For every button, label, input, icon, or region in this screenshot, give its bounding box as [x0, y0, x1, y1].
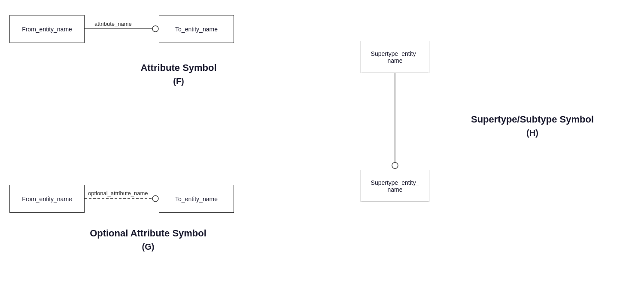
- f-from-entity: From_entity_name: [9, 15, 85, 43]
- g-section-subtitle: (G): [75, 242, 221, 252]
- g-to-entity-label: To_entity_name: [175, 196, 218, 202]
- svg-point-3: [152, 196, 158, 202]
- g-section-title: Optional Attribute Symbol: [75, 228, 221, 239]
- h-supertype-entity: Supertype_entity_name: [361, 41, 429, 73]
- h-section-title: Supertype/Subtype Symbol: [459, 114, 605, 125]
- svg-point-5: [392, 162, 398, 169]
- f-to-entity-label: To_entity_name: [175, 26, 218, 33]
- f-from-entity-label: From_entity_name: [22, 26, 72, 33]
- g-from-entity: From_entity_name: [9, 185, 85, 213]
- g-to-entity: To_entity_name: [159, 185, 234, 213]
- f-to-entity: To_entity_name: [159, 15, 234, 43]
- h-section-subtitle: (H): [459, 128, 605, 138]
- f-section-subtitle: (F): [121, 77, 237, 86]
- diagram-container: From_entity_name To_entity_name attribut…: [0, 0, 644, 288]
- svg-point-1: [152, 26, 158, 32]
- h-subtype-entity-label: Supertype_entity_name: [371, 179, 419, 193]
- h-subtype-entity: Supertype_entity_name: [361, 170, 429, 202]
- f-section-title: Attribute Symbol: [121, 62, 237, 74]
- g-connector-label: optional_attribute_name: [88, 190, 148, 196]
- g-from-entity-label: From_entity_name: [22, 196, 72, 202]
- f-connector-label: attribute_name: [94, 21, 132, 27]
- h-supertype-entity-label: Supertype_entity_name: [371, 50, 419, 64]
